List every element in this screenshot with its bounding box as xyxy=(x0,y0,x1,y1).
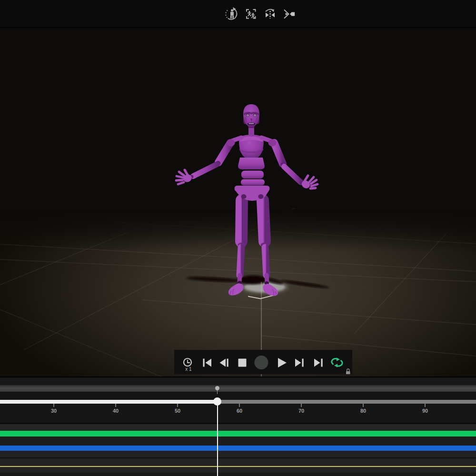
svg-text:x 1: x 1 xyxy=(185,367,192,372)
